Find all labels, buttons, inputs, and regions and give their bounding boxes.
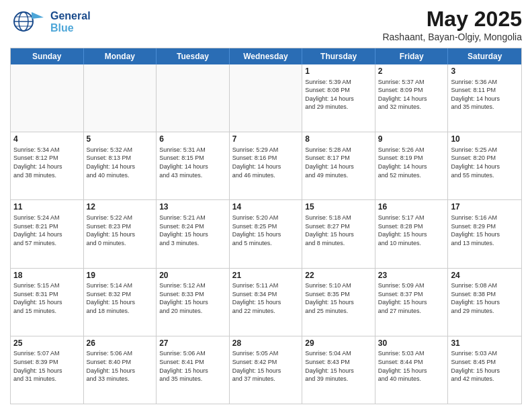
day-info: Sunrise: 5:37 AM Sunset: 8:09 PM Dayligh…: [378, 78, 445, 111]
day-cell: 25Sunrise: 5:07 AM Sunset: 8:39 PM Dayli…: [11, 336, 84, 404]
day-info: Sunrise: 5:29 AM Sunset: 8:16 PM Dayligh…: [232, 146, 300, 179]
calendar-body: 1Sunrise: 5:39 AM Sunset: 8:08 PM Daylig…: [11, 64, 521, 404]
day-headers: SundayMondayTuesdayWednesdayThursdayFrid…: [11, 48, 521, 64]
day-cell: 13Sunrise: 5:21 AM Sunset: 8:24 PM Dayli…: [157, 200, 230, 267]
day-number: 19: [87, 271, 154, 281]
day-header-wednesday: Wednesday: [230, 48, 303, 64]
day-info: Sunrise: 5:34 AM Sunset: 8:12 PM Dayligh…: [13, 146, 81, 179]
day-info: Sunrise: 5:10 AM Sunset: 8:35 PM Dayligh…: [305, 281, 372, 315]
day-header-thursday: Thursday: [302, 48, 375, 64]
day-info: Sunrise: 5:39 AM Sunset: 8:08 PM Dayligh…: [305, 78, 372, 111]
day-number: 26: [87, 338, 154, 349]
day-number: 18: [13, 271, 81, 281]
day-number: 4: [13, 134, 81, 145]
day-cell: 14Sunrise: 5:20 AM Sunset: 8:25 PM Dayli…: [230, 200, 303, 267]
day-cell: 3Sunrise: 5:36 AM Sunset: 8:11 PM Daylig…: [448, 64, 521, 132]
day-number: 22: [305, 271, 372, 281]
logo-text: General Blue: [50, 10, 91, 34]
day-number: 16: [378, 202, 445, 213]
day-info: Sunrise: 5:28 AM Sunset: 8:17 PM Dayligh…: [305, 146, 372, 179]
title-area: May 2025 Rashaant, Bayan-Olgiy, Mongolia: [382, 7, 522, 42]
day-header-sunday: Sunday: [11, 48, 84, 64]
day-info: Sunrise: 5:26 AM Sunset: 8:19 PM Dayligh…: [378, 146, 445, 179]
day-cell: 2Sunrise: 5:37 AM Sunset: 8:09 PM Daylig…: [375, 64, 449, 132]
day-cell: 18Sunrise: 5:15 AM Sunset: 8:31 PM Dayli…: [11, 269, 84, 336]
logo-icon: [10, 7, 47, 37]
logo-general: General: [50, 10, 91, 22]
day-info: Sunrise: 5:18 AM Sunset: 8:27 PM Dayligh…: [305, 214, 372, 247]
day-cell: 7Sunrise: 5:29 AM Sunset: 8:16 PM Daylig…: [230, 132, 303, 199]
logo-blue: Blue: [50, 22, 91, 34]
day-info: Sunrise: 5:06 AM Sunset: 8:41 PM Dayligh…: [159, 349, 226, 383]
day-info: Sunrise: 5:04 AM Sunset: 8:43 PM Dayligh…: [305, 349, 372, 383]
day-cell: 23Sunrise: 5:09 AM Sunset: 8:37 PM Dayli…: [375, 269, 449, 336]
day-info: Sunrise: 5:09 AM Sunset: 8:37 PM Dayligh…: [378, 281, 445, 315]
svg-marker-5: [32, 12, 44, 19]
day-cell: [157, 64, 230, 132]
day-number: 30: [378, 338, 445, 349]
day-number: 6: [159, 134, 226, 145]
day-cell: 10Sunrise: 5:25 AM Sunset: 8:20 PM Dayli…: [448, 132, 521, 199]
day-number: 2: [378, 66, 445, 77]
day-number: 10: [451, 134, 519, 145]
day-cell: 5Sunrise: 5:32 AM Sunset: 8:13 PM Daylig…: [84, 132, 157, 199]
day-info: Sunrise: 5:08 AM Sunset: 8:38 PM Dayligh…: [451, 281, 519, 315]
day-info: Sunrise: 5:03 AM Sunset: 8:44 PM Dayligh…: [378, 349, 445, 383]
day-cell: 26Sunrise: 5:06 AM Sunset: 8:40 PM Dayli…: [84, 336, 157, 404]
day-cell: 4Sunrise: 5:34 AM Sunset: 8:12 PM Daylig…: [11, 132, 84, 199]
day-header-tuesday: Tuesday: [157, 48, 230, 64]
week-row-3: 11Sunrise: 5:24 AM Sunset: 8:21 PM Dayli…: [11, 200, 521, 268]
header: General Blue May 2025 Rashaant, Bayan-Ol…: [10, 7, 522, 42]
day-cell: [11, 64, 84, 132]
day-cell: 17Sunrise: 5:16 AM Sunset: 8:29 PM Dayli…: [448, 200, 521, 267]
day-info: Sunrise: 5:20 AM Sunset: 8:25 PM Dayligh…: [232, 214, 300, 247]
day-cell: 6Sunrise: 5:31 AM Sunset: 8:15 PM Daylig…: [157, 132, 230, 199]
day-info: Sunrise: 5:36 AM Sunset: 8:11 PM Dayligh…: [451, 78, 519, 111]
day-number: 9: [378, 134, 445, 145]
day-info: Sunrise: 5:21 AM Sunset: 8:24 PM Dayligh…: [159, 214, 226, 247]
day-info: Sunrise: 5:22 AM Sunset: 8:23 PM Dayligh…: [87, 214, 154, 247]
day-cell: 24Sunrise: 5:08 AM Sunset: 8:38 PM Dayli…: [448, 269, 521, 336]
day-number: 20: [159, 271, 226, 281]
week-row-5: 25Sunrise: 5:07 AM Sunset: 8:39 PM Dayli…: [11, 336, 521, 404]
day-info: Sunrise: 5:15 AM Sunset: 8:31 PM Dayligh…: [13, 281, 81, 315]
day-cell: 21Sunrise: 5:11 AM Sunset: 8:34 PM Dayli…: [230, 269, 303, 336]
day-number: 25: [13, 338, 81, 349]
day-number: 21: [232, 271, 300, 281]
day-cell: 19Sunrise: 5:14 AM Sunset: 8:32 PM Dayli…: [84, 269, 157, 336]
day-number: 15: [305, 202, 372, 213]
day-cell: 22Sunrise: 5:10 AM Sunset: 8:35 PM Dayli…: [302, 269, 375, 336]
day-cell: 11Sunrise: 5:24 AM Sunset: 8:21 PM Dayli…: [11, 200, 84, 267]
day-number: 12: [87, 202, 154, 213]
day-number: 13: [159, 202, 226, 213]
calendar: SundayMondayTuesdayWednesdayThursdayFrid…: [10, 48, 522, 404]
day-cell: 28Sunrise: 5:05 AM Sunset: 8:42 PM Dayli…: [230, 336, 303, 404]
day-info: Sunrise: 5:06 AM Sunset: 8:40 PM Dayligh…: [87, 349, 154, 383]
day-cell: [84, 64, 157, 132]
day-cell: 31Sunrise: 5:03 AM Sunset: 8:45 PM Dayli…: [448, 336, 521, 404]
day-info: Sunrise: 5:07 AM Sunset: 8:39 PM Dayligh…: [13, 349, 81, 383]
logo: General Blue: [10, 7, 91, 37]
day-cell: 27Sunrise: 5:06 AM Sunset: 8:41 PM Dayli…: [157, 336, 230, 404]
day-cell: 16Sunrise: 5:17 AM Sunset: 8:28 PM Dayli…: [375, 200, 449, 267]
day-number: 24: [451, 271, 519, 281]
day-info: Sunrise: 5:32 AM Sunset: 8:13 PM Dayligh…: [87, 146, 154, 179]
week-row-1: 1Sunrise: 5:39 AM Sunset: 8:08 PM Daylig…: [11, 64, 521, 132]
day-info: Sunrise: 5:11 AM Sunset: 8:34 PM Dayligh…: [232, 281, 300, 315]
day-number: 23: [378, 271, 445, 281]
day-info: Sunrise: 5:24 AM Sunset: 8:21 PM Dayligh…: [13, 214, 81, 247]
day-number: 3: [451, 66, 519, 77]
day-header-friday: Friday: [375, 48, 449, 64]
day-cell: [230, 64, 303, 132]
day-info: Sunrise: 5:31 AM Sunset: 8:15 PM Dayligh…: [159, 146, 226, 179]
day-cell: 20Sunrise: 5:12 AM Sunset: 8:33 PM Dayli…: [157, 269, 230, 336]
day-cell: 29Sunrise: 5:04 AM Sunset: 8:43 PM Dayli…: [302, 336, 375, 404]
day-info: Sunrise: 5:12 AM Sunset: 8:33 PM Dayligh…: [159, 281, 226, 315]
week-row-4: 18Sunrise: 5:15 AM Sunset: 8:31 PM Dayli…: [11, 269, 521, 336]
day-info: Sunrise: 5:14 AM Sunset: 8:32 PM Dayligh…: [87, 281, 154, 315]
day-info: Sunrise: 5:05 AM Sunset: 8:42 PM Dayligh…: [232, 349, 300, 383]
day-cell: 15Sunrise: 5:18 AM Sunset: 8:27 PM Dayli…: [302, 200, 375, 267]
day-info: Sunrise: 5:03 AM Sunset: 8:45 PM Dayligh…: [451, 349, 519, 383]
day-number: 31: [451, 338, 519, 349]
day-info: Sunrise: 5:25 AM Sunset: 8:20 PM Dayligh…: [451, 146, 519, 179]
